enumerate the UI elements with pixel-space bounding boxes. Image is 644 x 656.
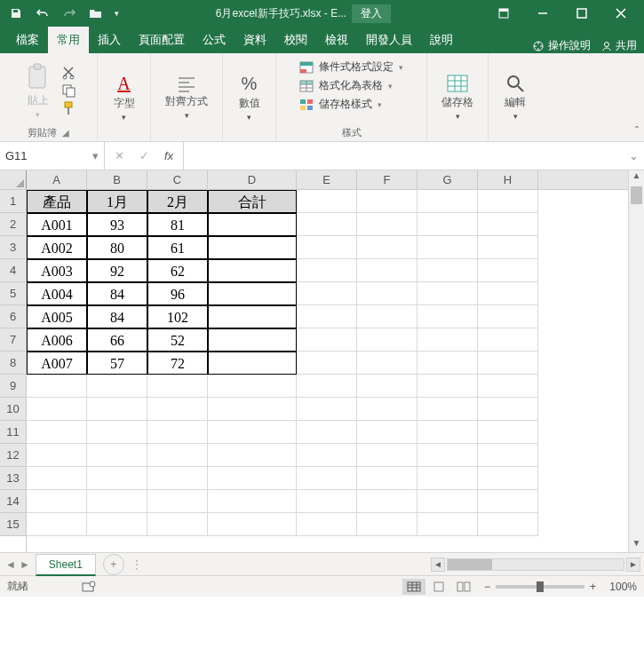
tab-split-handle[interactable]: ⋮ (124, 558, 149, 571)
cell[interactable] (357, 305, 417, 328)
cell[interactable]: A007 (27, 352, 87, 375)
worksheet-grid[interactable]: ABCDEFGH 123456789101112131415 產品1月2月合計A… (0, 170, 644, 552)
cell[interactable] (208, 375, 297, 398)
column-header[interactable]: H (478, 170, 538, 189)
cell[interactable]: 81 (147, 213, 208, 236)
cell[interactable] (297, 213, 357, 236)
cell[interactable] (147, 444, 208, 467)
column-header[interactable]: C (147, 170, 208, 189)
row-header[interactable]: 3 (0, 236, 26, 259)
row-header[interactable]: 9 (0, 375, 26, 398)
cell[interactable] (27, 467, 87, 490)
cell[interactable] (478, 513, 538, 536)
cell[interactable] (27, 375, 87, 398)
cell[interactable] (357, 467, 417, 490)
cell[interactable]: A003 (27, 259, 87, 282)
zoom-in-button[interactable]: + (590, 581, 596, 593)
cell[interactable] (208, 398, 297, 421)
sheet-next-icon[interactable]: ► (20, 558, 30, 571)
cell[interactable] (357, 236, 417, 259)
sheet-tab[interactable]: Sheet1 (36, 554, 96, 576)
cell[interactable] (478, 352, 538, 375)
cell[interactable] (417, 398, 478, 421)
row-header[interactable]: 12 (0, 444, 26, 467)
cell[interactable]: A006 (27, 328, 87, 352)
undo-icon[interactable] (30, 2, 55, 25)
format-painter-icon[interactable] (61, 101, 77, 115)
cell[interactable] (417, 352, 478, 375)
share-button[interactable]: 共用 (601, 38, 637, 53)
column-header[interactable]: A (27, 170, 87, 189)
cell[interactable] (208, 490, 297, 513)
cell[interactable] (417, 375, 478, 398)
collapse-ribbon-icon[interactable]: ˆ (635, 125, 639, 138)
row-header[interactable]: 10 (0, 398, 26, 421)
normal-view-icon[interactable] (402, 579, 425, 595)
tab-insert[interactable]: 插入 (89, 27, 130, 53)
cell[interactable] (417, 213, 478, 236)
cell[interactable] (297, 513, 357, 536)
cell[interactable]: A002 (27, 236, 87, 259)
cell[interactable] (478, 328, 538, 352)
cell[interactable]: 61 (147, 236, 208, 259)
zoom-slider[interactable] (496, 585, 584, 589)
cell[interactable]: 62 (147, 259, 208, 282)
cell[interactable] (357, 190, 417, 213)
page-layout-view-icon[interactable] (427, 579, 450, 595)
cell[interactable] (208, 467, 297, 490)
cell[interactable]: A001 (27, 213, 87, 236)
sheet-prev-icon[interactable]: ◄ (5, 558, 16, 571)
open-icon[interactable] (83, 2, 108, 25)
cell[interactable] (297, 259, 357, 282)
cell[interactable] (357, 328, 417, 352)
cell[interactable] (87, 467, 147, 490)
maximize-icon[interactable] (562, 0, 601, 27)
cell[interactable] (87, 490, 147, 513)
tab-data[interactable]: 資料 (235, 27, 275, 53)
zoom-out-button[interactable]: − (484, 581, 490, 593)
scroll-thumb[interactable] (631, 186, 642, 204)
cell[interactable] (208, 352, 297, 375)
row-header[interactable]: 7 (0, 328, 26, 352)
cell[interactable] (27, 444, 87, 467)
tab-layout[interactable]: 頁面配置 (130, 27, 194, 53)
alignment-dropdown-button[interactable]: 對齊方式 ▾ (160, 73, 213, 122)
row-header[interactable]: 6 (0, 305, 26, 328)
cell[interactable]: 96 (147, 282, 208, 305)
cell[interactable]: A005 (27, 305, 87, 328)
paste-button[interactable]: 貼上 ▾ (20, 61, 56, 121)
cell[interactable] (478, 375, 538, 398)
editing-dropdown-button[interactable]: 編輯 ▾ (499, 72, 531, 123)
row-header[interactable]: 5 (0, 282, 26, 305)
enter-formula-icon[interactable]: ✓ (133, 149, 155, 162)
clipboard-launcher-icon[interactable]: ◢ (62, 128, 69, 138)
column-header[interactable]: D (208, 170, 297, 189)
cell[interactable] (87, 421, 147, 444)
cell[interactable] (297, 490, 357, 513)
row-header[interactable]: 11 (0, 421, 26, 444)
tab-help[interactable]: 說明 (421, 27, 462, 53)
format-as-table-button[interactable]: 格式化為表格▾ (299, 77, 393, 94)
formula-input[interactable]: ⌄ (184, 142, 644, 170)
cell[interactable] (357, 398, 417, 421)
cell[interactable]: 2月 (147, 190, 208, 213)
cell[interactable]: 72 (147, 352, 208, 375)
row-headers[interactable]: 123456789101112131415 (0, 190, 27, 552)
cell[interactable] (147, 490, 208, 513)
cell[interactable] (357, 213, 417, 236)
tab-formulas[interactable]: 公式 (194, 27, 235, 53)
row-header[interactable]: 2 (0, 213, 26, 236)
vertical-scrollbar[interactable]: ▲ ▼ (628, 170, 644, 552)
cell[interactable] (357, 513, 417, 536)
cell[interactable] (417, 513, 478, 536)
horizontal-scrollbar[interactable]: ◄ ► (149, 557, 644, 572)
cell[interactable] (417, 236, 478, 259)
cell[interactable] (478, 398, 538, 421)
cell[interactable] (297, 305, 357, 328)
cell[interactable] (27, 421, 87, 444)
cell[interactable] (208, 421, 297, 444)
cell[interactable] (478, 282, 538, 305)
macro-record-icon[interactable] (82, 581, 96, 593)
scroll-left-icon[interactable]: ◄ (431, 557, 445, 572)
redo-icon[interactable] (57, 2, 82, 25)
